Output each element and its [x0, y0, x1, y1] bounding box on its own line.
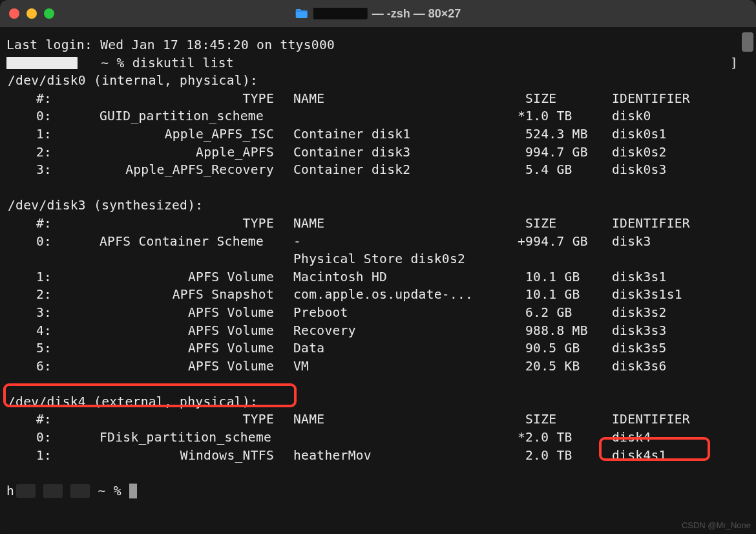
disk4-row: 0:FDisk_partition_scheme*2.0 TBdisk4 — [6, 429, 750, 447]
disk3-row: 3:APFS VolumePreboot6.2 GBdisk3s2 — [6, 304, 750, 322]
redacted-host — [6, 57, 78, 69]
prompt2-marker: ~ % — [98, 484, 121, 498]
disk3-row: 4:APFS VolumeRecovery988.8 MBdisk3s3 — [6, 322, 750, 340]
redacted-host2a — [16, 484, 36, 498]
terminal-window: — -zsh — 80×27 Last login: Wed Jan 17 18… — [0, 0, 756, 534]
disk3-row: 2:APFS Snapshotcom.apple.os.update-...10… — [6, 286, 750, 304]
redacted-host2b — [43, 484, 63, 498]
col-name-header: NAME — [293, 90, 324, 108]
prompt-marker: ~ % — [101, 56, 124, 70]
disk0-header: /dev/disk0 (internal, physical): — [8, 72, 258, 90]
titlebar[interactable]: — -zsh — 80×27 — [0, 0, 756, 27]
col-num-header: #: — [36, 90, 52, 108]
disk4-header: /dev/disk4 (external, physical): — [8, 393, 258, 411]
col-size-header: SIZE — [525, 90, 556, 108]
zoom-button[interactable] — [44, 8, 54, 19]
bracket-right: ] — [730, 54, 738, 72]
disk0-row: 2:Apple_APFSContainer disk3994.7 GBdisk0… — [6, 144, 750, 162]
terminal-body[interactable]: Last login: Wed Jan 17 18:45:20 on ttys0… — [0, 27, 756, 534]
close-button[interactable] — [9, 8, 19, 19]
last-login-time: Wed Jan 17 18:45:20 — [100, 37, 249, 52]
traffic-lights — [9, 8, 54, 19]
col-type-header: TYPE — [243, 90, 274, 108]
prompt2-h: h — [6, 484, 14, 498]
disk4-row: 1:Windows_NTFSheatherMov2.0 TBdisk4s1 — [6, 447, 750, 465]
redacted-title — [313, 8, 368, 19]
disk3-row: 6:APFS VolumeVM20.5 KBdisk3s6 — [6, 358, 750, 376]
last-login-prefix: Last login: — [6, 37, 100, 52]
watermark: CSDN @Mr_None — [682, 520, 751, 530]
folder-icon — [295, 8, 308, 19]
disk3-row: Physical Store disk0s2 — [6, 250, 750, 268]
redacted-host2c — [70, 484, 90, 498]
terminal-output: Last login: Wed Jan 17 18:45:20 on ttys0… — [6, 36, 750, 500]
disk3-header: /dev/disk3 (synthesized): — [8, 197, 203, 215]
disk3-row: 1:APFS VolumeMacintosh HD10.1 GBdisk3s1 — [6, 268, 750, 286]
title-suffix: — -zsh — 80×27 — [369, 7, 461, 20]
cursor — [129, 484, 137, 498]
disk0-row: 1:Apple_APFS_ISCContainer disk1524.3 MBd… — [6, 125, 750, 144]
window-title: — -zsh — 80×27 — [295, 7, 461, 21]
col-ident-header: IDENTIFIER — [612, 90, 690, 108]
disk0-row: 0:GUID_partition_scheme*1.0 TBdisk0 — [6, 107, 750, 125]
disk3-row: 5:APFS VolumeData90.5 GBdisk3s5 — [6, 339, 750, 358]
disk3-row: 0:APFS Container Scheme-+994.7 GBdisk3 — [6, 233, 750, 251]
last-login-tty: on ttys000 — [249, 37, 335, 52]
command-text: diskutil list — [132, 56, 234, 70]
minimize-button[interactable] — [26, 8, 37, 19]
disk0-row: 3:Apple_APFS_RecoveryContainer disk25.4 … — [6, 161, 750, 179]
